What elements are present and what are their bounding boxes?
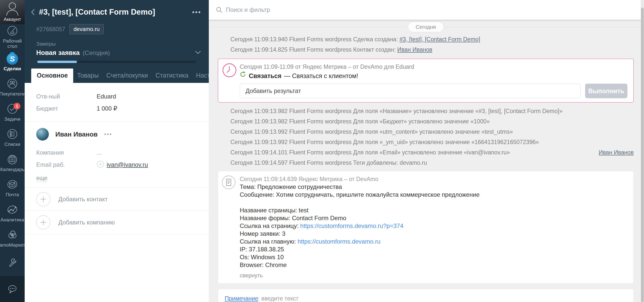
amomarket-icon xyxy=(7,229,18,241)
feed-event: Сегодня 11:09:13.982 Fluent Forms wordpr… xyxy=(218,106,634,116)
feed-event: Сегодня 11:09:14.101 Fluent Forms wordpr… xyxy=(218,147,634,158)
note-type-link[interactable]: Примечание xyxy=(225,295,258,302)
user-silhouette-icon xyxy=(5,1,20,17)
sidebar-item-label: Покупатели xyxy=(0,91,25,96)
feed-event-text: Сегодня 11:09:13.940 Fluent Forms wordpr… xyxy=(230,36,399,43)
stage-name: Новая заявка xyxy=(36,49,80,57)
contact-link[interactable]: Иван Иванов xyxy=(599,147,634,158)
field-company: Компания ... xyxy=(36,147,201,159)
message-line: Ссылка на главную: xyxy=(240,238,298,245)
feed-event: Сегодня 11:09:13.992 Fluent Forms wordpr… xyxy=(218,127,634,137)
app-sidebar: Аккаунт Рабочий стол S Сделки Покупатели… xyxy=(0,0,25,302)
sidebar-item-chat[interactable] xyxy=(0,276,25,302)
recurring-icon xyxy=(240,71,246,81)
contact-avatar[interactable] xyxy=(36,128,49,141)
task-card: Сегодня 11:09-11:09 от Яндекс Метрика – … xyxy=(218,59,634,103)
scrollbar-thumb[interactable] xyxy=(641,8,644,302)
svg-text:31: 31 xyxy=(11,158,14,161)
feed-event-link[interactable]: #3, [test], [Contact Form Demo] xyxy=(399,36,480,43)
add-email-icon[interactable] xyxy=(97,160,104,169)
dashboard-icon xyxy=(7,25,18,37)
back-button[interactable] xyxy=(29,8,37,16)
date-pill[interactable]: Сегодня xyxy=(408,22,444,32)
message-card: Сегодня 11:09:14.639 Яндекс Метрика – от… xyxy=(218,171,634,284)
stage-progress-bar[interactable] xyxy=(37,61,196,63)
message-line: Тема: Предложение сотрудничества xyxy=(240,183,342,190)
collapse-link[interactable]: свернуть xyxy=(240,272,263,279)
sidebar-item-tasks[interactable]: 1 Задачи xyxy=(0,100,25,125)
sidebar-item-label: Аккаунт xyxy=(4,17,21,22)
lists-icon xyxy=(7,128,18,140)
deal-menu-icon[interactable]: ••• xyxy=(192,11,201,13)
feed-event-text: Сегодня 11:09:14.825 Fluent Forms wordpr… xyxy=(230,46,397,53)
sidebar-item-amomarket[interactable]: amoМаркет xyxy=(0,226,25,251)
field-label: Email раб. xyxy=(36,161,97,168)
wrench-icon xyxy=(7,258,18,269)
date-separator: Сегодня xyxy=(218,21,634,33)
note-placeholder: : введите текст xyxy=(258,295,298,302)
message-line: Название страницы: test xyxy=(240,207,308,214)
sidebar-item-account[interactable]: Аккаунт xyxy=(0,0,25,24)
sidebar-item-label: Списки xyxy=(4,142,20,147)
note-input[interactable]: Примечание: введите текст xyxy=(218,289,634,302)
add-company-button[interactable]: Добавить компанию xyxy=(25,211,209,234)
field-budget: Бюджет 1 000 ₽ xyxy=(36,103,201,115)
sidebar-item-mail[interactable]: Почта xyxy=(0,175,25,200)
add-contact-button[interactable]: Добавить контакт xyxy=(25,188,209,211)
task-description: — Связаться с клиентом! xyxy=(284,72,358,80)
stage-progress-fill xyxy=(37,61,77,63)
feed-event-text: Сегодня 11:09:13.982 Fluent Forms wordpr… xyxy=(230,118,490,125)
sidebar-item-settings[interactable] xyxy=(0,251,25,276)
feed-event: Сегодня 11:09:14.597 Fluent Forms wordpr… xyxy=(218,158,634,168)
tab-products[interactable]: Товары xyxy=(73,69,102,83)
feed-event-text: Сегодня 11:09:13.982 Fluent Forms wordpr… xyxy=(230,108,562,114)
sidebar-item-deals[interactable]: S Сделки xyxy=(0,49,25,75)
field-value[interactable]: Eduard xyxy=(97,93,116,100)
contact-card: Иван Иванов ••• Компания ... Email раб. … xyxy=(25,121,209,187)
contact-name[interactable]: Иван Иванов xyxy=(55,130,98,138)
sidebar-item-label: Рабочий стол xyxy=(2,38,22,49)
search-icon xyxy=(216,7,222,13)
plus-icon xyxy=(36,192,50,206)
feed-event: Сегодня 11:09:14.825 Fluent Forms wordpr… xyxy=(218,45,634,55)
email-link[interactable]: ivan@ivanov.ru xyxy=(107,161,148,168)
message-line: Номер заявки: 3 xyxy=(240,230,285,237)
feed-event: Сегодня 11:09:13.982 Fluent Forms wordpr… xyxy=(218,116,634,127)
feed-event-text: Сегодня 11:09:14.597 Fluent Forms wordpr… xyxy=(230,159,427,166)
complete-task-button[interactable]: Выполнить xyxy=(585,84,627,98)
field-value[interactable]: 1 000 ₽ xyxy=(97,105,117,112)
search-bar xyxy=(209,0,644,20)
sidebar-item-analytics[interactable]: Аналитика xyxy=(0,200,25,226)
page-url-link[interactable]: https://customforms.devamo.ru?p=374 xyxy=(300,222,403,229)
tab-statistics[interactable]: Статистика xyxy=(152,69,192,83)
message-meta: Сегодня 11:09:14.639 Яндекс Метрика – от… xyxy=(240,175,627,183)
add-company-label: Добавить компанию xyxy=(58,219,115,226)
stage-selector[interactable]: Новая заявка (Сегодня) xyxy=(25,49,209,57)
feed-area: Сегодня Сегодня 11:09:13.940 Fluent Form… xyxy=(209,0,644,302)
tab-invoices[interactable]: Счета/покупки xyxy=(102,69,152,83)
task-result-input[interactable] xyxy=(240,84,581,98)
message-line: Ссылка на страницу: xyxy=(240,222,300,229)
show-more-link[interactable]: еще xyxy=(36,175,47,182)
feed-event: Сегодня 11:09:13.940 Fluent Forms wordpr… xyxy=(218,34,634,45)
tab-main[interactable]: Основное xyxy=(31,69,73,83)
home-url-link[interactable]: https://customforms.devamo.ru xyxy=(298,238,380,245)
buyers-icon xyxy=(7,78,18,89)
search-input[interactable] xyxy=(226,6,377,13)
pipeline-name: Замеры xyxy=(25,41,209,47)
sidebar-item-label: Почта xyxy=(6,192,19,197)
feed-event-link[interactable]: Иван Иванов xyxy=(397,46,432,53)
sidebar-item-label: Сделки xyxy=(4,66,21,71)
task-type[interactable]: Связаться xyxy=(249,72,281,80)
sidebar-item-calendar[interactable]: 31 Календарь xyxy=(0,150,25,175)
sidebar-item-buyers[interactable]: Покупатели xyxy=(0,75,25,100)
add-contact-label: Добавить контакт xyxy=(58,196,108,203)
field-value[interactable]: ... xyxy=(97,149,102,156)
deals-icon: S xyxy=(7,53,18,64)
deal-tag[interactable]: devamo.ru xyxy=(69,24,104,34)
contact-menu-icon[interactable]: ••• xyxy=(104,131,112,138)
feed-event-text: Сегодня 11:09:13.992 Fluent Forms wordpr… xyxy=(230,128,513,135)
sidebar-item-lists[interactable]: Списки xyxy=(0,125,25,150)
scrollbar xyxy=(641,0,644,302)
sidebar-item-dashboard[interactable]: Рабочий стол xyxy=(0,24,25,49)
